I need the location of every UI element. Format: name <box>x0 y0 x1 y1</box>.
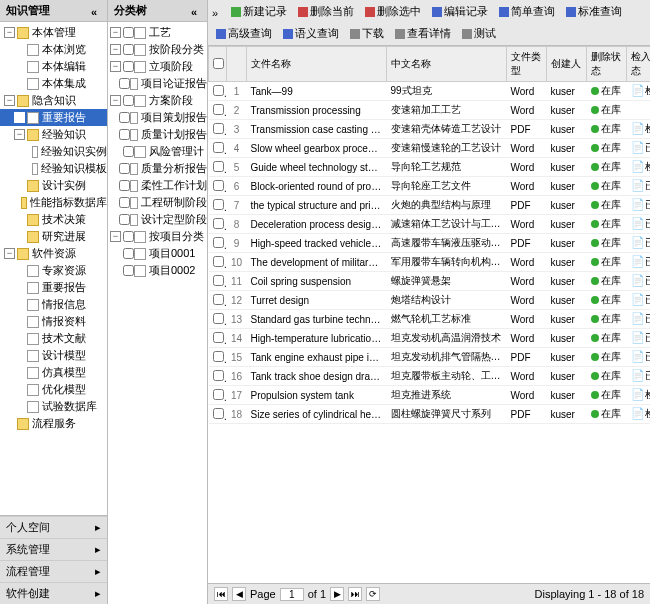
expand-icon[interactable] <box>14 214 25 225</box>
table-row[interactable]: 2Transmission processing变速箱加工工艺Wordkuser… <box>209 101 651 120</box>
expand-icon[interactable] <box>14 367 25 378</box>
left-tree-node[interactable]: 专家资源 <box>0 262 107 279</box>
category-tree-node[interactable]: − 按项目分类 <box>108 228 207 245</box>
table-row[interactable]: 17Propulsion system tank坦克推进系统Wordkuser在… <box>209 386 651 405</box>
collapse-icon[interactable]: − <box>110 231 121 242</box>
table-row[interactable]: 9High-speed tracked vehicle hydr...高速履带车… <box>209 234 651 253</box>
row-checkbox[interactable] <box>213 199 224 210</box>
expand-icon[interactable] <box>14 282 25 293</box>
row-checkbox[interactable] <box>213 85 224 96</box>
column-header[interactable]: 文件类型 <box>507 47 547 82</box>
left-tree-node[interactable]: 经验知识模板 <box>0 160 107 177</box>
table-row[interactable]: 14High-temperature lubrication te...坦克发动… <box>209 329 651 348</box>
category-tree-node[interactable]: − 按阶段分类 <box>108 41 207 58</box>
left-tree-node[interactable]: 本体集成 <box>0 75 107 92</box>
pager-page-input[interactable] <box>280 588 304 601</box>
table-row[interactable]: 12Turret design炮塔结构设计Wordkuser在库📄已检出 <box>209 291 651 310</box>
table-row[interactable]: 3Transmission case casting proce...变速箱壳体… <box>209 120 651 139</box>
row-checkbox[interactable] <box>213 294 224 305</box>
row-checkbox[interactable] <box>213 104 224 115</box>
accordion-item[interactable]: 流程管理▸ <box>0 560 107 582</box>
row-checkbox[interactable] <box>213 218 224 229</box>
expand-icon[interactable] <box>4 418 15 429</box>
table-row[interactable]: 8Deceleration process design and...减速箱体工… <box>209 215 651 234</box>
expand-icon[interactable] <box>26 163 30 174</box>
expand-icon[interactable]: » <box>212 7 222 17</box>
left-tree-node[interactable]: 重要报告 <box>0 279 107 296</box>
table-row[interactable]: 5Guide wheel technology standar...导向轮工艺规… <box>209 158 651 177</box>
left-tree-node[interactable]: 试验数据库 <box>0 398 107 415</box>
table-row[interactable]: 11Coil spring suspension螺旋弹簧悬架Wordkuser在… <box>209 272 651 291</box>
pager-refresh-icon[interactable]: ⟳ <box>366 587 380 601</box>
collapse-icon[interactable]: − <box>110 44 121 55</box>
expand-icon[interactable] <box>110 146 121 157</box>
table-row[interactable]: 7the typical structure and princip...火炮的… <box>209 196 651 215</box>
column-header[interactable] <box>227 47 247 82</box>
expand-icon[interactable] <box>110 265 121 276</box>
collapse-icon[interactable]: − <box>4 248 15 259</box>
pager-first-icon[interactable]: ⏮ <box>214 587 228 601</box>
expand-icon[interactable] <box>14 265 25 276</box>
table-row[interactable]: 6Block-oriented round of process...导向轮座工… <box>209 177 651 196</box>
expand-icon[interactable] <box>110 197 117 208</box>
expand-icon[interactable] <box>14 61 25 72</box>
expand-icon[interactable] <box>14 384 25 395</box>
left-tree-node[interactable]: −本体管理 <box>0 24 107 41</box>
tree-checkbox[interactable] <box>119 78 130 89</box>
tree-checkbox[interactable] <box>123 95 134 106</box>
column-header[interactable]: 创建人 <box>547 47 587 82</box>
left-tree-node[interactable]: 流程服务 <box>0 415 107 432</box>
collapse-icon[interactable]: − <box>4 95 15 106</box>
tree-checkbox[interactable] <box>119 112 130 123</box>
expand-icon[interactable] <box>14 231 25 242</box>
collapse-icon[interactable]: − <box>110 27 121 38</box>
left-tree-node[interactable]: 本体编辑 <box>0 58 107 75</box>
left-tree-node[interactable]: 仿真模型 <box>0 364 107 381</box>
column-header[interactable]: 中文名称 <box>387 47 507 82</box>
expand-icon[interactable] <box>14 350 25 361</box>
row-checkbox[interactable] <box>213 142 224 153</box>
left-tree-node[interactable]: 情报资料 <box>0 313 107 330</box>
expand-icon[interactable] <box>110 129 117 140</box>
category-tree-node[interactable]: 风险管理计 <box>108 143 207 160</box>
expand-icon[interactable] <box>14 333 25 344</box>
category-tree-node[interactable]: − 立项阶段 <box>108 58 207 75</box>
expand-icon[interactable] <box>110 163 117 174</box>
expand-icon[interactable] <box>110 180 117 191</box>
table-row[interactable]: 18Size series of cylindrical helical sp.… <box>209 405 651 424</box>
column-header[interactable]: 删除状态 <box>587 47 627 82</box>
left-tree-node[interactable]: 技术文献 <box>0 330 107 347</box>
row-checkbox[interactable] <box>213 351 224 362</box>
row-checkbox[interactable] <box>213 332 224 343</box>
select-all-checkbox[interactable] <box>213 58 224 69</box>
table-row[interactable]: 4Slow wheel gearbox process de...变速箱慢速轮的… <box>209 139 651 158</box>
column-header[interactable]: 文件名称 <box>247 47 387 82</box>
row-checkbox[interactable] <box>213 123 224 134</box>
category-tree-node[interactable]: − 工艺 <box>108 24 207 41</box>
toolbar-button[interactable]: 下载 <box>346 24 388 43</box>
grid-scroll[interactable]: 文件名称中文名称文件类型创建人删除状态检入状态 1Tank—9999式坦克Wor… <box>208 46 650 583</box>
tree-checkbox[interactable] <box>123 248 134 259</box>
row-checkbox[interactable] <box>213 313 224 324</box>
category-tree-node[interactable]: 质量分析报告 <box>108 160 207 177</box>
left-tree-node[interactable]: −隐含知识 <box>0 92 107 109</box>
toolbar-button[interactable]: 测试 <box>458 24 500 43</box>
collapse-left-icon[interactable]: « <box>91 6 101 16</box>
toolbar-button[interactable]: 语义查询 <box>279 24 343 43</box>
tree-checkbox[interactable] <box>119 129 130 140</box>
tree-checkbox[interactable] <box>123 61 134 72</box>
category-tree-node[interactable]: 项目论证报告 <box>108 75 207 92</box>
expand-icon[interactable] <box>14 180 25 191</box>
left-tree-node[interactable]: 优化模型 <box>0 381 107 398</box>
left-tree-node[interactable]: −软件资源 <box>0 245 107 262</box>
left-tree-node[interactable]: 技术决策 <box>0 211 107 228</box>
accordion-item[interactable]: 软件创建▸ <box>0 582 107 604</box>
expand-icon[interactable] <box>14 44 25 55</box>
expand-icon[interactable] <box>14 112 25 123</box>
expand-icon[interactable] <box>110 214 117 225</box>
table-row[interactable]: 10The development of military tra...军用履带… <box>209 253 651 272</box>
pager-prev-icon[interactable]: ◀ <box>232 587 246 601</box>
left-tree-node[interactable]: 经验知识实例 <box>0 143 107 160</box>
category-tree-node[interactable]: 柔性工作计划 <box>108 177 207 194</box>
expand-icon[interactable] <box>110 78 117 89</box>
